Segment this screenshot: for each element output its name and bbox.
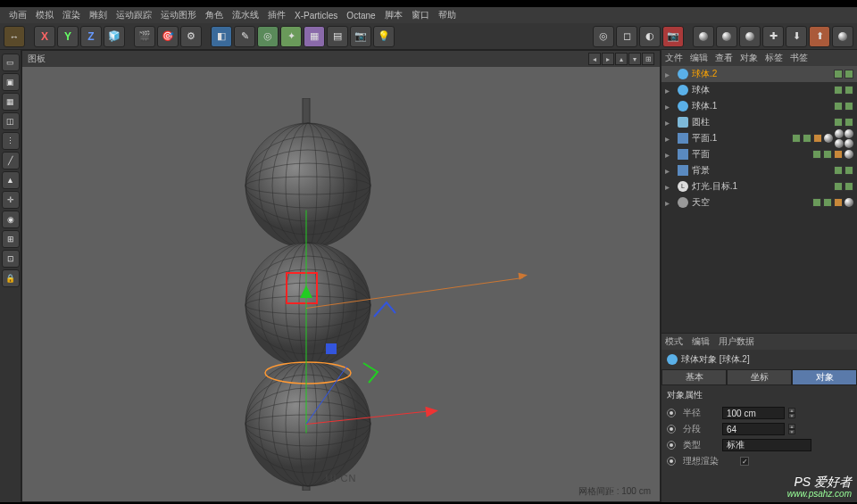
attrtab-user[interactable]: 用户数据 <box>719 335 754 348</box>
segments-input[interactable] <box>722 423 785 435</box>
objtab-object[interactable]: 对象 <box>740 52 758 64</box>
workplane-icon[interactable]: ◫ <box>2 112 20 130</box>
menu-render[interactable]: 渲染 <box>59 9 84 21</box>
subtab-coord[interactable]: 坐标 <box>727 369 792 385</box>
tweak-icon[interactable]: ◉ <box>2 211 20 228</box>
gizmo-x-arrow[interactable] <box>425 405 438 417</box>
oct-sphere3-icon[interactable] <box>739 26 761 47</box>
gizmo-y-axis-down[interactable] <box>306 300 307 434</box>
objtab-view[interactable]: 查看 <box>715 52 733 64</box>
segments-radio[interactable] <box>667 425 676 434</box>
oct-square-icon[interactable]: ◻ <box>616 26 637 47</box>
axis-y-button[interactable]: Y <box>57 26 79 47</box>
clapper-icon[interactable]: 🎬 <box>134 26 155 47</box>
oct-tool3-icon[interactable]: ⬆ <box>809 26 830 47</box>
radius-input[interactable] <box>722 407 785 419</box>
live-select-icon[interactable]: ▭ <box>2 54 20 71</box>
menu-script[interactable]: 脚本 <box>381 9 406 21</box>
model-mode-icon[interactable]: ▣ <box>2 73 20 91</box>
render-icon[interactable]: 🎯 <box>157 26 179 47</box>
vp-nav5-icon[interactable]: ⊞ <box>642 53 654 65</box>
oct-sphere1-icon[interactable] <box>693 26 714 47</box>
menu-track[interactable]: 运动跟踪 <box>112 9 155 21</box>
menu-xparticles[interactable]: X-Particles <box>291 11 341 21</box>
nurbs-icon[interactable]: ◎ <box>257 26 279 47</box>
deformer-icon[interactable]: ▦ <box>304 26 325 47</box>
vp-nav1-icon[interactable]: ◂ <box>588 53 601 65</box>
axis-x-button[interactable]: X <box>34 26 55 47</box>
object-row-0[interactable]: ▸球体.2 <box>661 66 857 82</box>
object-row-5[interactable]: ▸平面 <box>661 146 857 162</box>
pen-tool-icon[interactable]: ✎ <box>234 26 255 47</box>
object-row-2[interactable]: ▸球体.1 <box>661 98 857 114</box>
oct-target-icon[interactable]: ◎ <box>593 26 614 47</box>
menu-plugin[interactable]: 插件 <box>264 9 289 21</box>
attrtab-edit[interactable]: 编辑 <box>692 335 710 348</box>
oct-sphere4-icon[interactable] <box>832 26 853 47</box>
grid-spacing-label: 网格间距 : 100 cm <box>578 485 651 498</box>
environment-icon[interactable]: ▤ <box>327 26 348 47</box>
camera-icon[interactable]: 📷 <box>350 26 371 47</box>
menu-anim[interactable]: 动画 <box>5 9 30 21</box>
oct-record-icon[interactable]: 📷 <box>662 26 684 47</box>
viewport-logo: UI·CN <box>326 473 357 483</box>
axis-z-button[interactable]: Z <box>80 26 102 47</box>
radius-radio[interactable] <box>667 409 676 417</box>
objtab-bookmark[interactable]: 书签 <box>790 52 808 64</box>
ideal-radio[interactable] <box>667 457 676 466</box>
oct-sphere2-icon[interactable] <box>716 26 737 47</box>
vp-nav3-icon[interactable]: ▴ <box>615 53 628 65</box>
segments-stepper[interactable]: ▲▼ <box>788 424 795 434</box>
generator-icon[interactable]: ✦ <box>280 26 302 47</box>
object-row-1[interactable]: ▸球体 <box>661 82 857 98</box>
quantize-icon[interactable]: ⊡ <box>2 250 20 268</box>
object-row-4[interactable]: ▸平面.1 <box>661 130 857 146</box>
viewport-footer: 网格间距 : 100 cm <box>22 485 660 498</box>
subtab-object[interactable]: 对象 <box>792 369 857 385</box>
subtab-basic[interactable]: 基本 <box>661 369 727 385</box>
object-row-3[interactable]: ▸圆柱 <box>661 114 857 130</box>
vp-nav4-icon[interactable]: ▾ <box>628 53 641 65</box>
object-row-6[interactable]: ▸背景 <box>661 162 857 178</box>
oct-tool1-icon[interactable]: ✚ <box>762 26 784 47</box>
render-settings-icon[interactable]: ⚙ <box>180 26 202 47</box>
object-manager[interactable]: ▸球体.2▸球体▸球体.1▸圆柱▸平面.1▸平面▸背景▸L灯光.目标.1▸天空 <box>661 66 857 334</box>
type-radio[interactable] <box>667 441 676 450</box>
objtab-edit[interactable]: 编辑 <box>690 52 708 64</box>
cube-primitive-icon[interactable]: ◧ <box>211 26 232 47</box>
edge-mode-icon[interactable]: ╱ <box>2 152 20 169</box>
menu-mograph[interactable]: 运动图形 <box>157 9 200 21</box>
attrtab-mode[interactable]: 模式 <box>665 335 683 348</box>
menu-char[interactable]: 角色 <box>202 9 227 21</box>
poly-mode-icon[interactable]: ▲ <box>2 171 20 189</box>
gizmo-y-arrow[interactable] <box>300 285 312 298</box>
lock-icon[interactable]: 🔒 <box>2 269 20 287</box>
gizmo-z-handle[interactable] <box>326 343 337 354</box>
svg-point-12 <box>245 243 370 368</box>
viewport-3d[interactable]: UI·CN 网格间距 : 100 cm <box>22 67 660 501</box>
point-mode-icon[interactable]: ⋮ <box>2 132 20 150</box>
texture-mode-icon[interactable]: ▦ <box>2 93 20 111</box>
menu-pipeline[interactable]: 流水线 <box>229 9 262 21</box>
snap-icon[interactable]: ⊞ <box>2 230 20 248</box>
type-select[interactable] <box>722 439 811 451</box>
light-icon[interactable]: 💡 <box>373 26 395 47</box>
oct-circle-icon[interactable]: ◐ <box>639 26 661 47</box>
vp-nav2-icon[interactable]: ▸ <box>602 53 614 65</box>
menu-help[interactable]: 帮助 <box>435 9 460 21</box>
radius-stepper[interactable]: ▲▼ <box>788 408 795 418</box>
object-row-8[interactable]: ▸天空 <box>661 194 857 211</box>
object-row-7[interactable]: ▸L灯光.目标.1 <box>661 178 857 194</box>
menu-window[interactable]: 窗口 <box>408 9 433 21</box>
oct-tool2-icon[interactable]: ⬇ <box>786 26 807 47</box>
attr-section-title: 对象属性 <box>667 389 852 401</box>
ideal-checkbox[interactable]: ✓ <box>740 457 749 466</box>
menu-sculpt[interactable]: 雕刻 <box>86 9 111 21</box>
menu-octane[interactable]: Octane <box>343 11 379 21</box>
objtab-file[interactable]: 文件 <box>665 52 683 64</box>
world-icon[interactable]: 🧊 <box>104 26 125 47</box>
menu-sim[interactable]: 模拟 <box>32 9 57 21</box>
axis-mode-icon[interactable]: ✛ <box>2 191 20 209</box>
objtab-tag[interactable]: 标签 <box>765 52 783 64</box>
move-tool-icon[interactable]: ↔ <box>4 26 25 47</box>
